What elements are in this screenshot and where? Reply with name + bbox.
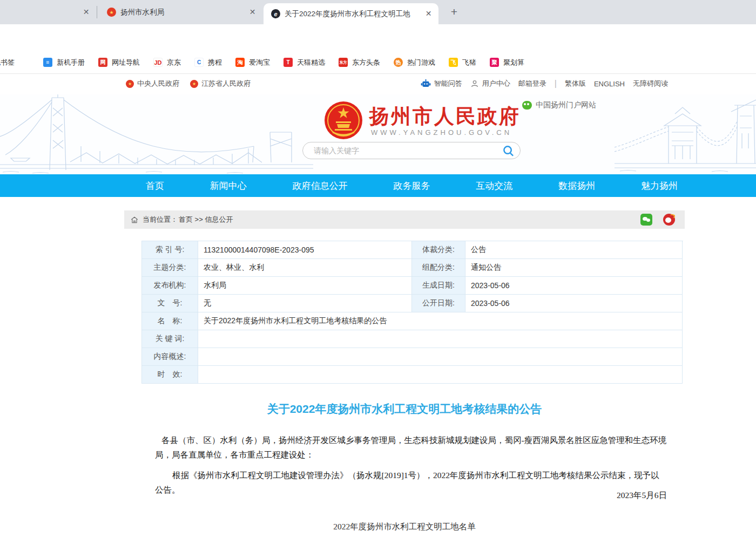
link-central-gov[interactable]: ★ 中央人民政府 — [126, 79, 179, 88]
home-icon[interactable] — [131, 216, 138, 223]
tab-active-announcement[interactable]: e 关于2022年度扬州市水利工程文明工地 ✕ — [264, 3, 438, 24]
user-icon — [470, 79, 479, 88]
bookmark-label: 东方头条 — [352, 58, 380, 67]
link-accessibility[interactable]: 无障碍阅读 — [633, 79, 668, 88]
bookmark-mobile[interactable]: 机书签 — [0, 58, 15, 67]
meta-value-publish-date: 2023-05-06 — [465, 295, 683, 312]
bookmark-juhuasuan[interactable]: 聚 聚划算 — [490, 58, 524, 67]
meta-value-agency: 水利局 — [198, 277, 412, 295]
link-label: 繁体版 — [565, 79, 586, 88]
juhuasuan-icon: 聚 — [490, 58, 499, 67]
tab-close-icon[interactable]: ✕ — [248, 8, 257, 17]
site-title: 扬州市人民政府 — [369, 103, 521, 130]
meta-label: 公开日期: — [412, 295, 465, 312]
link-label: 江苏省人民政府 — [201, 79, 251, 88]
nav-news[interactable]: 新闻中心 — [210, 180, 247, 192]
bookmark-xinjishouce[interactable]: ≡ 新机手册 — [43, 58, 85, 67]
meta-label: 发布机构: — [142, 277, 198, 295]
article-list-heading: 2022年度扬州市水利工程文明工地名单 — [124, 521, 685, 533]
article-date: 2023年5月6日 — [155, 490, 667, 501]
tab-shuiliju[interactable]: ★ 扬州市水利局 ✕ — [97, 0, 264, 24]
tab-title: 关于2022年度扬州市水利工程文明工地 — [285, 9, 420, 19]
bookmark-fliggy[interactable]: 飞 飞猪 — [449, 58, 476, 67]
nav-home[interactable]: 首页 — [146, 180, 164, 192]
share-weibo-icon[interactable] — [663, 214, 675, 226]
site-search — [302, 142, 521, 159]
share-wechat-icon[interactable] — [640, 214, 652, 226]
nav-info-disclosure[interactable]: 政府信息公开 — [293, 180, 348, 192]
table-row: 名 称: 关于2022年度扬州市水利工程文明工地考核结果的公告 — [142, 312, 683, 330]
jd-icon: JD — [153, 58, 163, 67]
site-logo-emblem[interactable] — [324, 101, 363, 140]
link-english[interactable]: ENGLISH — [594, 80, 625, 88]
site-banner: 扬州市人民政府 WWW.YANGZHOU.GOV.CN 中国扬州门户网站 — [0, 94, 756, 174]
taobao-icon: 淘 — [235, 58, 245, 67]
bookmark-label: 携程 — [208, 58, 222, 67]
ctrip-icon: C — [194, 58, 204, 67]
link-smart-qa[interactable]: 智能问答 — [421, 79, 462, 88]
link-label: ENGLISH — [594, 80, 625, 88]
bookmarks-bar: 机书签 ≡ 新机手册 网 网址导航 JD 京东 C 携程 淘 爱淘宝 T 天猫精… — [0, 51, 756, 74]
search-icon[interactable] — [502, 145, 515, 157]
main-nav: 首页 新闻中心 政府信息公开 政务服务 互动交流 数据扬州 魅力扬州 — [0, 174, 756, 197]
bookmark-ctrip[interactable]: C 携程 — [194, 58, 222, 67]
bookmark-aitaobao[interactable]: 淘 爱淘宝 — [235, 58, 270, 67]
meta-value-index-no: 11321000014407098E-2023-095 — [198, 241, 412, 259]
nav-charm[interactable]: 魅力扬州 — [641, 180, 678, 192]
bookmark-label: 热门游戏 — [407, 58, 435, 67]
meta-value-category: 通知公告 — [465, 259, 683, 277]
bookmark-label: 爱淘宝 — [249, 58, 270, 67]
manual-icon: ≡ — [43, 58, 52, 67]
site-utility-bar: ★ 中央人民政府 ★ 江苏省人民政府 智能问答 用户中心 邮箱登录 | 繁体版 … — [0, 74, 756, 94]
table-row: 索 引 号: 11321000014407098E-2023-095 体裁分类:… — [142, 241, 683, 259]
link-label: 邮箱登录 — [518, 79, 546, 88]
meta-value-created-date: 2023-05-06 — [465, 277, 683, 295]
table-row: 时 效: — [142, 366, 683, 384]
tab-close-icon[interactable]: ✕ — [82, 8, 91, 17]
meta-label: 索 引 号: — [142, 241, 198, 259]
meta-value-genre: 公告 — [465, 241, 683, 259]
bookmark-jd[interactable]: JD 京东 — [153, 58, 181, 67]
dongfang-icon: 东方 — [339, 58, 348, 67]
utility-divider: | — [555, 79, 557, 88]
bookmark-wangzhidaohang[interactable]: 网 网址导航 — [98, 58, 140, 67]
search-input[interactable] — [313, 146, 502, 155]
link-label: 中央人民政府 — [137, 79, 179, 88]
meta-label: 时 效: — [142, 366, 198, 384]
browser-tab-bar: ✕ ★ 扬州市水利局 ✕ e 关于2022年度扬州市水利工程文明工地 ✕ + — [0, 0, 756, 24]
link-mail-login[interactable]: 邮箱登录 — [518, 79, 546, 88]
tab-cutoff[interactable]: ✕ — [0, 0, 97, 24]
bookmark-dongfangtoutiao[interactable]: 东方 东方头条 — [339, 58, 380, 67]
breadcrumb-path[interactable]: 首页 >> 信息公开 — [179, 215, 233, 224]
article-body: 各县（市、区）水利（务）局，扬州经济开发区城乡事务管理局，生态科技新城规划建设局… — [155, 433, 667, 497]
meta-value-keywords — [198, 330, 683, 348]
bookmark-label: 聚划算 — [503, 58, 524, 67]
nav-interaction[interactable]: 互动交流 — [476, 180, 512, 192]
article-paragraph: 各县（市、区）水利（务）局，扬州经济开发区城乡事务管理局，生态科技新城规划建设局… — [155, 433, 667, 462]
meta-label: 体裁分类: — [412, 241, 465, 259]
portal-link[interactable]: 中国扬州门户网站 — [522, 100, 596, 110]
new-tab-button[interactable]: + — [448, 6, 460, 18]
meta-value-validity — [198, 366, 683, 384]
meta-label: 内容概述: — [142, 348, 198, 366]
banner-art-right-bridge — [615, 94, 756, 174]
link-traditional[interactable]: 繁体版 — [565, 79, 586, 88]
table-row: 文 号: 无 公开日期: 2023-05-06 — [142, 295, 683, 312]
meta-value-topic: 农业、林业、水利 — [198, 259, 412, 277]
meta-value-title: 关于2022年度扬州市水利工程文明工地考核结果的公告 — [198, 312, 683, 330]
nav-data[interactable]: 数据扬州 — [558, 180, 595, 192]
link-label: 智能问答 — [434, 79, 462, 88]
meta-label: 主题分类: — [142, 259, 198, 277]
nav-site-icon: 网 — [98, 58, 107, 67]
nav-services[interactable]: 政务服务 — [393, 180, 430, 192]
fliggy-icon: 飞 — [449, 58, 458, 67]
meta-label: 生成日期: — [412, 277, 465, 295]
table-row: 关 键 词: — [142, 330, 683, 348]
link-jiangsu-gov[interactable]: ★ 江苏省人民政府 — [190, 79, 251, 88]
bookmark-games[interactable]: 热 热门游戏 — [394, 58, 435, 67]
gov-emblem-icon: ★ — [190, 80, 198, 88]
bookmark-tmall[interactable]: T 天猫精选 — [284, 58, 325, 67]
meta-label: 文 号: — [142, 295, 198, 312]
link-user-center[interactable]: 用户中心 — [470, 79, 510, 88]
tab-close-icon[interactable]: ✕ — [424, 9, 433, 18]
